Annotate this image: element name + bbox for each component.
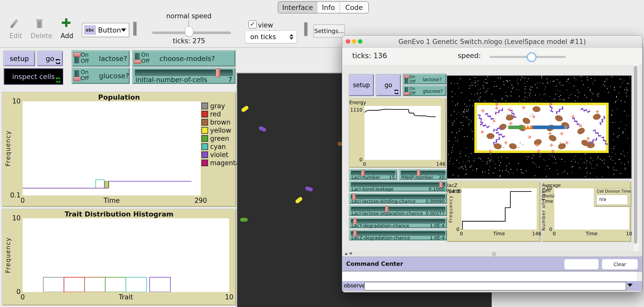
dust-speck <box>522 144 523 145</box>
x-axis-tick: 146 <box>532 231 541 236</box>
slider-track[interactable] <box>135 70 233 76</box>
model-lactose-switch[interactable]: OnOff lactose? <box>403 74 446 84</box>
lactose-switch[interactable]: OnOff lactose? <box>72 50 130 67</box>
settings-button[interactable]: Settings... <box>313 24 345 38</box>
model-glucose-switch[interactable]: OnOff glucose? <box>403 85 446 96</box>
command-center-splitter[interactable] <box>342 251 642 257</box>
lactose-switch-label: lactose? <box>99 55 127 63</box>
laci-protein <box>592 128 602 138</box>
lacz-degradation-chance-slider[interactable]: LacZ-degradation-chance1.0E-4 <box>349 230 447 240</box>
tab-info[interactable]: Info <box>317 2 340 13</box>
tab-code[interactable]: Code <box>340 2 368 13</box>
operator-notch <box>529 126 530 128</box>
initial-number-of-cells-slider[interactable]: initial-number-of-cells 7 <box>132 68 236 84</box>
environment-speck <box>560 95 561 96</box>
environment-speck <box>469 119 469 120</box>
tab-interface[interactable]: Interface <box>278 2 317 13</box>
environment-speck <box>471 166 472 166</box>
edit-pencil-icon[interactable] <box>11 19 19 27</box>
laci-protein <box>601 135 609 146</box>
environment-speck <box>615 102 616 103</box>
switch-knob[interactable] <box>74 77 81 81</box>
laci-lactose-binding-chance-slider[interactable]: LacI-lactose-binding-chance0.99990 <box>349 193 447 204</box>
rnap-number-slider[interactable]: RNAP-number20 <box>399 169 447 180</box>
add-button[interactable]: Add <box>61 32 72 40</box>
add-plus-icon[interactable] <box>62 18 70 27</box>
lacy-degradation-chance-slider[interactable]: LacY-degradation-chance1.0E-4 <box>349 218 447 228</box>
output-scrollbar[interactable] <box>637 271 641 282</box>
scrollbar-thumb[interactable] <box>634 66 637 244</box>
splitter-arrows-icon[interactable] <box>345 253 352 255</box>
inspect-cells-button[interactable]: inspect cells <box>4 68 63 85</box>
switch-knob[interactable] <box>404 92 409 95</box>
environment-speck <box>493 172 494 173</box>
go-button[interactable]: go <box>37 51 63 66</box>
environment-speck <box>522 78 522 78</box>
switch-knob[interactable] <box>134 59 141 64</box>
environment-speck <box>452 147 453 148</box>
environment-speck <box>559 83 559 84</box>
environment-speck <box>527 97 528 98</box>
command-center-blank-button[interactable] <box>564 259 599 270</box>
model-setup-button[interactable]: setup <box>349 74 374 96</box>
environment-speck <box>540 154 541 155</box>
environment-speck <box>545 89 545 89</box>
environment-speck <box>518 79 518 79</box>
environment-speck <box>500 78 501 78</box>
environment-speck <box>585 176 586 177</box>
environment-speck <box>452 91 452 92</box>
speed-slider-thumb[interactable] <box>185 26 193 37</box>
model-go-button[interactable]: go <box>376 74 401 96</box>
command-input[interactable] <box>364 282 626 290</box>
dust-speck <box>518 147 519 148</box>
choose-models-switch[interactable]: OnOff choose-models? <box>132 50 236 67</box>
laci-bond-leakage-slider[interactable]: LacI-bond-leakage0.1000 <box>349 181 447 192</box>
switch-knob[interactable] <box>404 75 409 78</box>
environment-speck <box>455 105 456 106</box>
vertical-scrollbar[interactable] <box>633 65 639 280</box>
environment-speck <box>495 164 495 164</box>
environment-speck <box>535 175 535 176</box>
window-titlebar[interactable]: GenEvo 1 Genetic Switch.nlogo (LevelSpac… <box>342 36 642 48</box>
model-speed-slider-thumb[interactable] <box>527 53 536 62</box>
switch-knob[interactable] <box>74 53 81 57</box>
environment-speck <box>529 95 530 96</box>
environment-speck <box>479 100 480 101</box>
environment-speck <box>579 167 580 168</box>
laci-lactose-separation-chance-slider[interactable]: LacI-lactose-separation-chance0.00377 <box>349 205 447 216</box>
levelspace-model-window: GenEvo 1 Genetic Switch.nlogo (LevelSpac… <box>342 36 642 292</box>
environment-speck <box>610 159 611 159</box>
environment-speck <box>587 173 588 173</box>
environment-speck <box>549 168 550 169</box>
environment-speck <box>559 96 560 97</box>
legend-label: magenta <box>210 159 240 167</box>
delete-button[interactable]: Delete <box>31 32 48 40</box>
glucose-switch[interactable]: OnOff glucose? <box>72 68 130 84</box>
environment-speck <box>490 161 490 161</box>
environment-speck <box>493 161 493 162</box>
update-mode-dropdown[interactable]: on ticks <box>245 30 297 43</box>
legend-label: violet <box>210 151 228 159</box>
environment-speck <box>482 172 483 172</box>
environment-speck <box>581 80 582 81</box>
environment-speck <box>454 121 455 121</box>
setup-button[interactable]: setup <box>4 51 35 66</box>
clear-button[interactable]: Clear <box>602 259 638 270</box>
view-updates-checkbox[interactable]: ✓ <box>248 20 257 28</box>
command-center-output[interactable] <box>343 271 637 282</box>
delete-trash-body-icon[interactable] <box>37 21 42 28</box>
delete-trash-icon[interactable] <box>36 19 43 21</box>
plot-area <box>461 188 537 229</box>
membrane-channel <box>549 103 551 106</box>
model-world-view[interactable] <box>447 75 632 179</box>
x-axis-tick: 0 <box>21 293 25 301</box>
history-dropdown-icon[interactable] <box>627 284 633 287</box>
cell-division-time-monitor: Cell Division Time n/a <box>594 188 632 207</box>
edit-button[interactable]: Edit <box>7 32 24 40</box>
y-axis-tick: 14.3 <box>449 189 459 194</box>
laci-number-slider[interactable]: LacI-number15 <box>349 169 397 180</box>
splitter-grip-icon[interactable] <box>492 252 496 256</box>
environment-speck <box>468 157 469 157</box>
widget-type-chooser[interactable]: abc Button <box>82 23 129 37</box>
environment-speck <box>478 99 478 100</box>
